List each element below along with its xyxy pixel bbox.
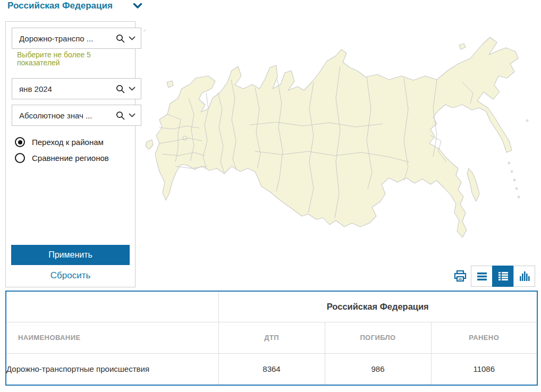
map-kuril-island	[511, 171, 512, 172]
radio-selected-icon	[15, 137, 25, 147]
chevron-down-icon	[129, 87, 136, 91]
filter-panel: Дорожно-транспо ... Выберите не более 5 …	[5, 21, 136, 287]
chevron-down-icon	[129, 113, 136, 118]
column-header-name: НАИМЕНОВАНИЕ	[6, 322, 218, 353]
value-type-select-value: Абсолютное знач ...	[19, 111, 112, 120]
view-toggle-group	[471, 266, 535, 287]
map-kuril-island	[515, 188, 517, 189]
radio-compare-regions-label: Сравнение регионов	[32, 154, 109, 163]
search-icon	[116, 34, 125, 43]
table-row: Дорожно-транспортные происшествия 8364 9…	[6, 353, 537, 385]
list-view-button[interactable]	[471, 266, 493, 287]
column-header-died: ПОГИБЛО	[325, 322, 431, 353]
row-died-cell: 986	[325, 353, 431, 385]
value-type-select[interactable]: Абсолютное знач ...	[12, 105, 141, 126]
row-dtp-cell: 8364	[218, 353, 325, 385]
map-kaliningrad	[146, 140, 153, 149]
column-header-dtp: ДТП	[218, 322, 325, 353]
map-kuril-island	[518, 196, 519, 198]
map-kuril-island	[513, 179, 515, 181]
search-icon	[116, 111, 125, 120]
row-injured-cell: 11086	[431, 353, 537, 385]
table-group-header-row: Российская Федерация	[6, 291, 537, 322]
region-selector[interactable]: Российская Федерация	[7, 1, 142, 11]
russia-map[interactable]	[143, 29, 539, 266]
indicator-select[interactable]: Дорожно-транспо ...	[12, 28, 141, 49]
chevron-down-icon	[129, 36, 136, 41]
row-name-cell: Дорожно-транспортные происшествия	[6, 353, 218, 385]
russia-map-svg	[143, 29, 539, 266]
reset-link[interactable]: Сбросить	[6, 270, 135, 281]
table-column-header-row: НАИМЕНОВАНИЕ ДТП ПОГИБЛО РАНЕНО	[6, 322, 537, 353]
radio-districts[interactable]: Переход к районам	[15, 137, 104, 147]
period-select[interactable]: янв 2024	[12, 78, 141, 99]
map-island-north	[167, 81, 173, 88]
print-button[interactable]	[453, 269, 467, 284]
data-table: Российская Федерация НАИМЕНОВАНИЕ ДТП ПО…	[5, 291, 538, 386]
indicator-limit-hint: Выберите не более 5 показателей	[17, 51, 123, 67]
region-selector-label: Российская Федерация	[7, 1, 113, 11]
table-view-icon	[498, 271, 509, 281]
chevron-down-icon	[133, 3, 142, 10]
column-header-injured: РАНЕНО	[431, 322, 537, 353]
indicator-select-value: Дорожно-транспо ...	[19, 34, 112, 43]
bar-chart-view-icon	[519, 271, 530, 281]
radio-unselected-icon	[15, 153, 25, 163]
apply-button[interactable]: Применить	[11, 245, 130, 265]
table-group-header: Российская Федерация	[218, 291, 537, 322]
radio-districts-label: Переход к районам	[32, 138, 104, 147]
period-select-value: янв 2024	[19, 84, 112, 93]
map-island-chukotka	[459, 44, 466, 49]
radio-compare-regions[interactable]: Сравнение регионов	[15, 153, 109, 163]
map-kuril-island	[508, 162, 510, 164]
table-corner-cell	[6, 291, 218, 322]
app-root: Российская Федерация Дорожно-транспо ...…	[0, 0, 541, 392]
search-icon	[116, 84, 125, 93]
print-icon	[454, 270, 467, 283]
map-sakhalin	[467, 168, 479, 201]
map-commander-island	[526, 120, 528, 122]
list-view-icon	[477, 272, 487, 281]
bar-chart-view-button[interactable]	[513, 266, 535, 287]
table-view-button[interactable]	[492, 266, 514, 287]
